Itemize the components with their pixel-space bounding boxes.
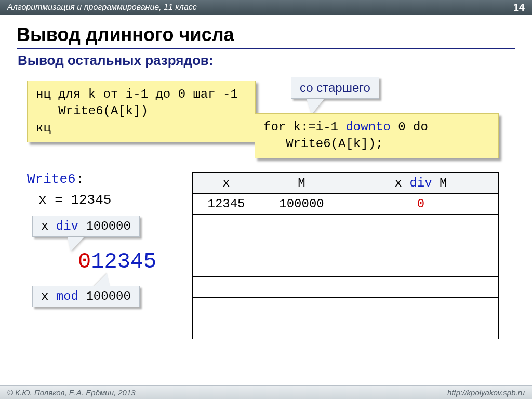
table-row — [193, 277, 499, 298]
page-number: 14 — [513, 2, 525, 14]
copyright: © К.Ю. Поляков, Е.А. Ерёмин, 2013 — [7, 388, 136, 397]
x-assignment: x = 12345 — [38, 192, 111, 208]
col-M: M — [260, 173, 343, 194]
bottom-bar: © К.Ю. Поляков, Е.А. Ерёмин, 2013 http:/… — [0, 385, 532, 399]
callout-x-div: x div 100000 — [32, 216, 140, 237]
table-row — [193, 256, 499, 277]
page-title: Вывод длинного числа — [17, 24, 515, 49]
table-row: 12345 100000 0 — [193, 194, 499, 215]
callout-tail-icon — [307, 99, 324, 114]
table-row — [193, 235, 499, 256]
callout-tail-icon — [94, 273, 110, 287]
subject-label: Алгоритмизация и программирование, 11 кл… — [7, 3, 197, 12]
table-header-row: x M x div M — [193, 173, 499, 194]
site-url: http://kpolyakov.spb.ru — [447, 388, 525, 397]
table-row — [193, 318, 499, 339]
top-bar: Алгоритмизация и программирование, 11 кл… — [0, 0, 532, 15]
subheading: Вывод остальных разрядов: — [18, 52, 515, 69]
code-block-alg: нц для k от i-1 до 0 шаг -1 Write6(A[k])… — [27, 81, 256, 142]
table-row — [193, 298, 499, 318]
col-xdivM: x div M — [343, 173, 499, 194]
trace-table: x M x div M 12345 100000 0 — [192, 172, 499, 339]
col-x: x — [193, 173, 260, 194]
code-block-pascal: for k:=i-1 downto 0 do Write6(A[k]); — [255, 113, 499, 158]
callout-from-high-digit: со старшего — [291, 77, 379, 99]
callout-x-mod: x mod 100000 — [32, 286, 140, 307]
write6-label: Write6: — [27, 171, 84, 187]
table-row — [193, 215, 499, 235]
big-number-display: 012345 — [78, 249, 156, 274]
